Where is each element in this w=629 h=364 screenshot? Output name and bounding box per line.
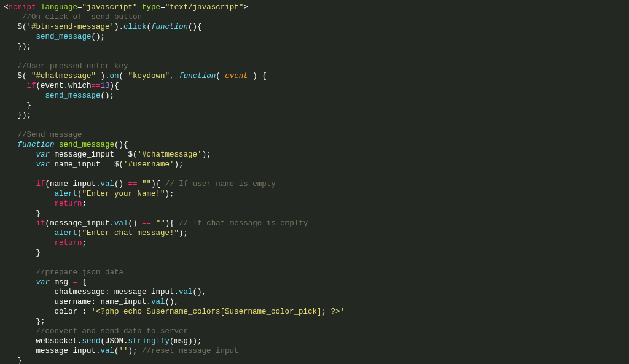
code-token: ) {: [248, 72, 267, 80]
code-token: if: [36, 180, 45, 188]
code-token: =: [119, 150, 124, 159]
code-token: function: [179, 72, 216, 80]
code-token: ){: [110, 82, 119, 90]
code-token: websocket.: [4, 337, 82, 346]
code-line: username: name_input.val(),: [4, 297, 625, 307]
code-token: return: [55, 199, 82, 208]
code-token: //Send message: [18, 131, 82, 139]
code-token: [4, 150, 36, 159]
code-token: name_input: [50, 160, 105, 169]
code-token: (event.which: [36, 82, 92, 90]
code-token: msg: [50, 278, 73, 287]
code-line: <script language="javascript" type="text…: [4, 2, 625, 12]
code-line: alert("Enter your Name!");: [4, 189, 625, 199]
code-token: send_message: [59, 141, 114, 149]
code-token: =: [160, 3, 165, 12]
code-line: //convert and send data to server: [4, 327, 625, 336]
code-token: ==: [92, 82, 101, 90]
code-token: (: [216, 72, 225, 80]
code-token: send_message: [45, 91, 101, 100]
code-token: });: [4, 111, 31, 120]
code-token: val: [179, 288, 193, 296]
code-token: [4, 141, 18, 149]
code-token: [55, 141, 60, 149]
code-token: "": [156, 219, 165, 228]
code-token: [138, 180, 143, 188]
code-token: ){: [165, 219, 179, 228]
code-line: });: [4, 42, 625, 52]
code-token: [4, 160, 36, 169]
code-token: });: [4, 42, 31, 51]
code-token: $(: [110, 160, 124, 169]
code-token: =: [105, 160, 110, 169]
code-token: message_input.: [4, 347, 101, 355]
code-token: );: [179, 229, 188, 238]
code-token: send_message: [36, 33, 92, 41]
code-line: [4, 169, 625, 179]
code-token: ){: [151, 180, 165, 188]
code-line: //prepare json data: [4, 268, 625, 277]
code-token: (): [128, 219, 143, 228]
code-token: if: [36, 219, 45, 228]
code-line: [4, 120, 625, 130]
code-token: (): [114, 180, 128, 188]
code-token: }: [4, 101, 31, 110]
code-token: [4, 82, 27, 90]
code-line: //On click of send button: [4, 12, 625, 22]
code-token: =: [77, 3, 82, 12]
code-line: message_input.val(''); //reset message i…: [4, 346, 625, 356]
code-line: if(message_input.val() == ""){ // If cha…: [4, 219, 625, 228]
code-token: [4, 219, 36, 228]
code-token: }: [4, 209, 41, 218]
code-token: //convert and send data to server: [36, 327, 189, 336]
code-line: alert("Enter chat message!");: [4, 228, 625, 238]
code-token: '#btn-send-message': [27, 23, 115, 31]
code-token: //prepare json data: [36, 268, 124, 277]
code-line: function send_message(){: [4, 140, 625, 150]
code-line: }: [4, 356, 625, 364]
code-token: (msg));: [170, 337, 202, 346]
code-token: );: [174, 160, 184, 169]
code-token: ;: [82, 199, 87, 208]
code-token: );: [202, 150, 211, 159]
code-token: var: [36, 278, 50, 287]
code-token: 13: [101, 82, 110, 90]
code-token: [4, 62, 18, 71]
code-token: }: [4, 249, 41, 257]
code-line: var name_input = $('#username');: [4, 160, 625, 169]
code-token: '#username': [123, 160, 174, 169]
code-token: chatmessage: message_input.: [4, 288, 179, 296]
code-token: [4, 327, 36, 336]
code-token: [4, 239, 55, 247]
code-token: function: [18, 141, 55, 149]
code-token: click: [123, 23, 147, 31]
code-token: ).: [114, 23, 123, 31]
code-token: "javascript": [82, 3, 138, 12]
code-token: [36, 3, 41, 12]
code-token: (JSON.: [101, 337, 128, 346]
code-line: }: [4, 248, 625, 258]
code-token: [4, 278, 36, 287]
code-token: alert: [55, 190, 78, 198]
code-token: }: [4, 357, 22, 364]
code-token: val: [114, 219, 128, 228]
code-line: }: [4, 209, 625, 219]
code-line: send_message();: [4, 91, 625, 101]
code-token: '': [119, 347, 128, 355]
code-line: var message_input = $('#chatmessage');: [4, 150, 625, 160]
code-token: //User pressed enter key: [18, 62, 128, 71]
code-token: var: [36, 150, 50, 159]
code-token: "Enter your Name!": [82, 190, 165, 198]
code-token: (),: [193, 288, 207, 296]
code-token: [4, 268, 36, 277]
code-line: if(event.which==13){: [4, 81, 625, 91]
code-token: $(: [4, 23, 27, 31]
code-token: var: [36, 160, 50, 169]
code-token: (: [114, 347, 119, 355]
code-token: (: [77, 190, 82, 198]
code-token: [4, 91, 45, 100]
code-token: //reset message input: [142, 347, 239, 355]
code-token: type: [142, 3, 160, 12]
code-token: <: [4, 3, 9, 12]
code-line: return;: [4, 199, 625, 209]
